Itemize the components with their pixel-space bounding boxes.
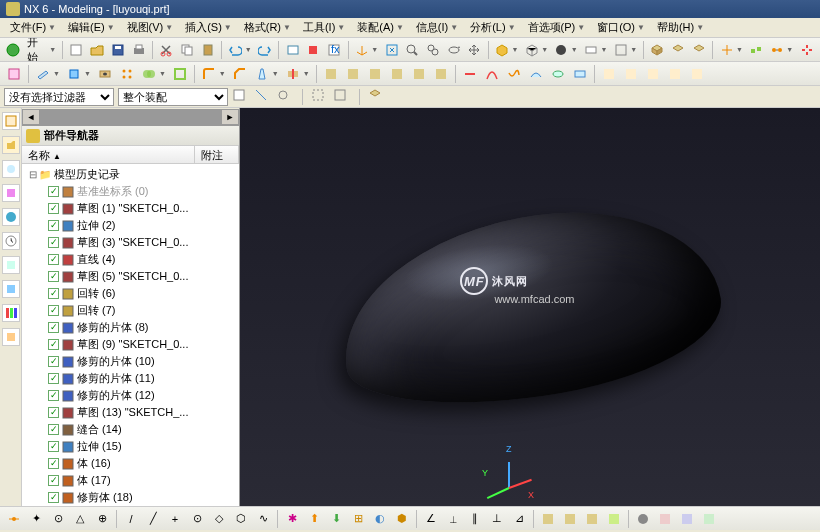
filter-select-1[interactable]: 没有选择过滤器: [4, 88, 114, 106]
snap12-icon[interactable]: ∿: [253, 509, 273, 529]
edge-blend-icon[interactable]: [199, 64, 219, 84]
wcs-icon[interactable]: [352, 40, 371, 60]
tab-track[interactable]: [40, 109, 221, 125]
cube1-icon[interactable]: [648, 40, 667, 60]
menu-H[interactable]: 帮助(H)▼: [651, 18, 710, 37]
tree-item-10[interactable]: ✓修剪的片体 (10): [24, 353, 237, 370]
view4-icon[interactable]: [604, 509, 624, 529]
view7-icon[interactable]: [677, 509, 697, 529]
expression-icon[interactable]: fx: [325, 40, 344, 60]
feat6-icon[interactable]: [431, 64, 451, 84]
sel2-icon[interactable]: [254, 88, 272, 106]
shaded-icon[interactable]: [493, 40, 512, 60]
start-label[interactable]: 开始: [25, 38, 49, 62]
tree-item-14[interactable]: ✓缝合 (14): [24, 421, 237, 438]
tree-item-18[interactable]: ✓修剪体 (18): [24, 489, 237, 506]
feat3-icon[interactable]: [365, 64, 385, 84]
col-notes[interactable]: 附注: [195, 146, 239, 163]
tree-item-12[interactable]: ✓修剪的片体 (12): [24, 387, 237, 404]
snap2-icon[interactable]: ✦: [26, 509, 46, 529]
view8-icon[interactable]: [699, 509, 719, 529]
tab-web-icon[interactable]: [2, 208, 20, 226]
move-icon[interactable]: [717, 40, 736, 60]
tab-assembly-nav-icon[interactable]: [2, 112, 20, 130]
zoom-in-out-icon[interactable]: [424, 40, 443, 60]
command-finder-icon[interactable]: [283, 40, 302, 60]
datum-plane-icon[interactable]: [33, 64, 53, 84]
tree-item-2[interactable]: ✓拉伸 (2): [24, 217, 237, 234]
clip-icon[interactable]: [582, 40, 601, 60]
layer-icon[interactable]: [611, 40, 630, 60]
see-thru-icon[interactable]: [552, 40, 571, 60]
unite-icon[interactable]: [139, 64, 159, 84]
tab-system-icon[interactable]: [2, 256, 20, 274]
undo-icon[interactable]: [226, 40, 245, 60]
tree-item-1[interactable]: ✓草图 (1) "SKETCH_0...: [24, 200, 237, 217]
start-button[interactable]: [4, 40, 23, 60]
menu-S[interactable]: 插入(S)▼: [179, 18, 238, 37]
sel4-icon[interactable]: [311, 88, 329, 106]
paste-icon[interactable]: [198, 40, 217, 60]
hole-icon[interactable]: [95, 64, 115, 84]
synch4-icon[interactable]: [665, 64, 685, 84]
constraint-icon[interactable]: [768, 40, 787, 60]
assembly-icon[interactable]: [747, 40, 766, 60]
feat2-icon[interactable]: [343, 64, 363, 84]
zoom-icon[interactable]: [403, 40, 422, 60]
snap9-icon[interactable]: ⊙: [187, 509, 207, 529]
snap21-icon[interactable]: ∥: [465, 509, 485, 529]
tree-item-15[interactable]: ✓拉伸 (15): [24, 438, 237, 455]
surface3-icon[interactable]: [570, 64, 590, 84]
new-icon[interactable]: [67, 40, 86, 60]
curve3-icon[interactable]: [504, 64, 524, 84]
tree-item-17[interactable]: ✓体 (17): [24, 472, 237, 489]
menu-R[interactable]: 格式(R)▼: [238, 18, 297, 37]
sel3-icon[interactable]: [276, 88, 294, 106]
tree-item-3[interactable]: ✓草图 (3) "SKETCH_0...: [24, 234, 237, 251]
snap7-icon[interactable]: ╱: [143, 509, 163, 529]
menu-I[interactable]: 信息(I)▼: [410, 18, 464, 37]
tab-part-nav-icon[interactable]: [2, 136, 20, 154]
tree-item-4[interactable]: ✓直线 (4): [24, 251, 237, 268]
tree-item-13[interactable]: ✓草图 (13) "SKETCH_...: [24, 404, 237, 421]
snap16-icon[interactable]: ⊞: [348, 509, 368, 529]
feature-tree[interactable]: ⊟📁模型历史记录✓基准坐标系 (0)✓草图 (1) "SKETCH_0...✓拉…: [22, 164, 239, 506]
synch5-icon[interactable]: [687, 64, 707, 84]
snap4-icon[interactable]: △: [70, 509, 90, 529]
feat5-icon[interactable]: [409, 64, 429, 84]
view6-icon[interactable]: [655, 509, 675, 529]
snap5-icon[interactable]: ⊕: [92, 509, 112, 529]
sel1-icon[interactable]: [232, 88, 250, 106]
cube3-icon[interactable]: [690, 40, 709, 60]
cube2-icon[interactable]: [669, 40, 688, 60]
chamfer-icon[interactable]: [230, 64, 250, 84]
snap20-icon[interactable]: ⟂: [443, 509, 463, 529]
draft-icon[interactable]: [252, 64, 272, 84]
menu-A[interactable]: 装配(A)▼: [351, 18, 410, 37]
menu-F[interactable]: 文件(F)▼: [4, 18, 62, 37]
pan-icon[interactable]: [465, 40, 484, 60]
menu-V[interactable]: 视图(V)▼: [121, 18, 180, 37]
snap3-icon[interactable]: ⊙: [48, 509, 68, 529]
pattern-icon[interactable]: [117, 64, 137, 84]
save-icon[interactable]: [109, 40, 128, 60]
view5-icon[interactable]: [633, 509, 653, 529]
snap10-icon[interactable]: ◇: [209, 509, 229, 529]
curve1-icon[interactable]: [460, 64, 480, 84]
tree-item-16[interactable]: ✓体 (16): [24, 455, 237, 472]
shell-icon[interactable]: [170, 64, 190, 84]
stop-icon[interactable]: [304, 40, 323, 60]
wireframe-icon[interactable]: [522, 40, 541, 60]
graphics-viewport[interactable]: MF沐风网 www.mfcad.com Z Y X: [240, 108, 820, 506]
tab-roles-icon[interactable]: [2, 280, 20, 298]
synch1-icon[interactable]: [599, 64, 619, 84]
tab-hd3d-icon[interactable]: [2, 184, 20, 202]
synch3-icon[interactable]: [643, 64, 663, 84]
sel5-icon[interactable]: [333, 88, 351, 106]
view3-icon[interactable]: [582, 509, 602, 529]
snap17-icon[interactable]: ◐: [370, 509, 390, 529]
menu-I[interactable]: 工具(I)▼: [297, 18, 351, 37]
tree-item-5[interactable]: ✓草图 (5) "SKETCH_0...: [24, 268, 237, 285]
snap13-icon[interactable]: ✱: [282, 509, 302, 529]
snap14-icon[interactable]: ⬆: [304, 509, 324, 529]
